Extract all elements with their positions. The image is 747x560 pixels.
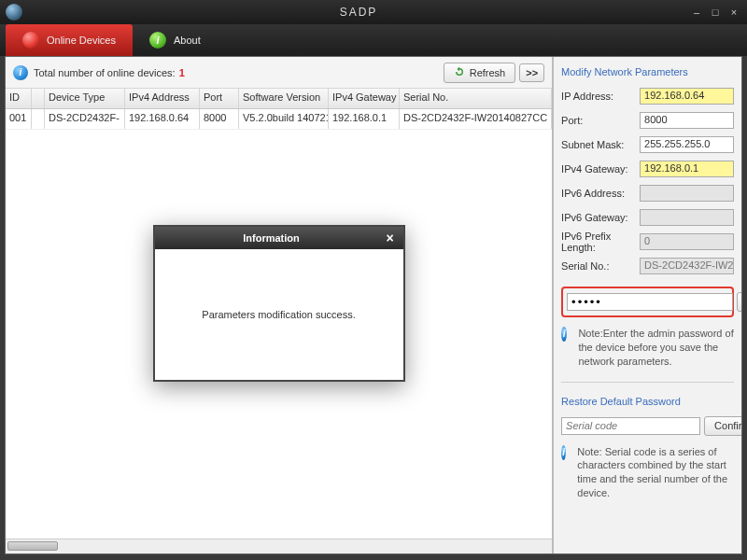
note-text: Note:Enter the admin password of the dev… <box>578 327 734 369</box>
info-icon: i <box>561 327 567 342</box>
dialog-message: Parameters modification success. <box>202 309 355 320</box>
row-ipv6-prefix: IPv6 Prefix Length: 0 <box>561 232 734 251</box>
input-ipv6-prefix[interactable]: 0 <box>640 233 734 250</box>
label-mask: Subnet Mask: <box>561 139 640 150</box>
dialog-titlebar[interactable]: Information × <box>155 227 403 249</box>
cell-serial: DS-2CD2432F-IW20140827CC <box>400 109 552 129</box>
note-text: Note: Serial code is a series of charact… <box>577 445 734 500</box>
save-button[interactable]: Save <box>737 292 741 312</box>
col-id[interactable]: ID <box>6 89 32 108</box>
row-ipv6-gateway: IPv6 Gateway: <box>561 208 734 227</box>
app-logo-icon <box>6 4 22 21</box>
input-port[interactable]: 8000 <box>640 112 734 129</box>
cell-software: V5.2.0build 140721 <box>239 109 329 129</box>
row-serial: Serial No.: DS-2CD2432F-IW20140827C <box>561 257 734 275</box>
input-ipv6-gateway[interactable] <box>640 209 734 226</box>
row-ipv6-address: IPv6 Address: <box>561 184 734 203</box>
refresh-label: Refresh <box>470 67 506 78</box>
input-serial: DS-2CD2432F-IW20140827C <box>640 258 734 274</box>
cell-gateway: 192.168.0.1 <box>329 109 400 129</box>
table-row[interactable]: 001 DS-2CD2432F- 192.168.0.64 8000 V5.2.… <box>6 109 552 130</box>
window-title: SADP <box>28 6 689 19</box>
cell-ip: 192.168.0.64 <box>125 109 200 129</box>
panel-title: Modify Network Parameters <box>561 66 734 81</box>
serial-note: i Note: Serial code is a series of chara… <box>561 445 734 500</box>
horizontal-scrollbar[interactable] <box>6 539 552 553</box>
minimize-button[interactable]: – <box>689 6 704 19</box>
row-gateway: IPv4 Gateway: 192.168.0.1 <box>561 160 734 178</box>
list-toolbar: i Total number of online devices: 1 Refr… <box>6 57 552 89</box>
serial-code-input[interactable] <box>561 417 700 435</box>
input-mask[interactable]: 255.255.255.0 <box>640 136 734 153</box>
refresh-button[interactable]: Refresh <box>444 63 516 83</box>
dialog-body: Parameters modification success. <box>155 249 403 380</box>
col-gateway[interactable]: IPv4 Gateway <box>329 89 400 108</box>
label-ip: IP Address: <box>561 91 640 102</box>
scrollbar-thumb[interactable] <box>7 541 58 551</box>
input-ipv6-address[interactable] <box>640 185 734 202</box>
label-gateway: IPv4 Gateway: <box>561 163 640 175</box>
col-serial[interactable]: Serial No. <box>400 89 552 108</box>
col-ip[interactable]: IPv4 Address <box>125 89 200 108</box>
confirm-button[interactable]: Confirm <box>704 416 741 436</box>
tab-about[interactable]: i About <box>133 24 218 56</box>
col-port[interactable]: Port <box>200 89 239 108</box>
workspace: i Total number of online devices: 1 Refr… <box>5 56 742 554</box>
input-gateway[interactable]: 192.168.0.1 <box>640 161 734 177</box>
modify-parameters-panel: Modify Network Parameters IP Address: 19… <box>553 57 741 553</box>
maximize-button[interactable]: □ <box>708 6 723 19</box>
label-ipv6-address: IPv6 Address: <box>561 188 640 199</box>
password-input[interactable] <box>567 293 733 311</box>
info-icon: i <box>561 445 566 460</box>
row-mask: Subnet Mask: 255.255.255.0 <box>561 135 734 154</box>
input-ip[interactable]: 192.168.0.64 <box>640 88 734 105</box>
tab-online-devices[interactable]: Online Devices <box>6 24 133 56</box>
online-devices-icon <box>22 32 39 49</box>
dialog-title: Information <box>161 232 383 244</box>
device-count-label: Total number of online devices: <box>34 67 176 78</box>
tab-label: Online Devices <box>47 35 116 46</box>
refresh-icon <box>454 66 465 79</box>
device-count-value: 1 <box>179 67 185 78</box>
label-ipv6-gateway: IPv6 Gateway: <box>561 212 640 223</box>
main-tabs: Online Devices i About <box>0 24 747 56</box>
row-ip: IP Address: 192.168.0.64 <box>561 87 734 105</box>
col-type[interactable]: Device Type <box>45 89 125 108</box>
title-bar: SADP – □ × <box>0 0 747 24</box>
info-icon: i <box>13 65 28 80</box>
password-save-row: Save <box>561 287 734 317</box>
serial-code-row: Confirm <box>561 416 734 436</box>
information-dialog: Information × Parameters modification su… <box>153 225 405 382</box>
password-note: i Note:Enter the admin password of the d… <box>561 327 734 369</box>
label-port: Port: <box>561 115 640 126</box>
divider <box>561 382 734 383</box>
col-checkbox[interactable] <box>32 89 45 108</box>
dialog-close-button[interactable]: × <box>383 231 398 245</box>
tab-label: About <box>174 35 201 46</box>
about-icon: i <box>149 32 166 49</box>
table-header: ID Device Type IPv4 Address Port Softwar… <box>6 89 552 109</box>
label-ipv6-prefix: IPv6 Prefix Length: <box>561 231 640 253</box>
row-port: Port: 8000 <box>561 111 734 130</box>
cell-id: 001 <box>6 109 32 129</box>
close-button[interactable]: × <box>726 6 741 19</box>
cell-type: DS-2CD2432F- <box>45 109 125 129</box>
expand-button[interactable]: >> <box>519 63 544 82</box>
label-serial: Serial No.: <box>561 260 640 272</box>
col-software[interactable]: Software Version <box>239 89 329 108</box>
cell-port: 8000 <box>200 109 239 129</box>
restore-title: Restore Default Password <box>561 396 734 411</box>
device-list-pane: i Total number of online devices: 1 Refr… <box>6 57 553 553</box>
cell-checkbox[interactable] <box>32 109 45 129</box>
